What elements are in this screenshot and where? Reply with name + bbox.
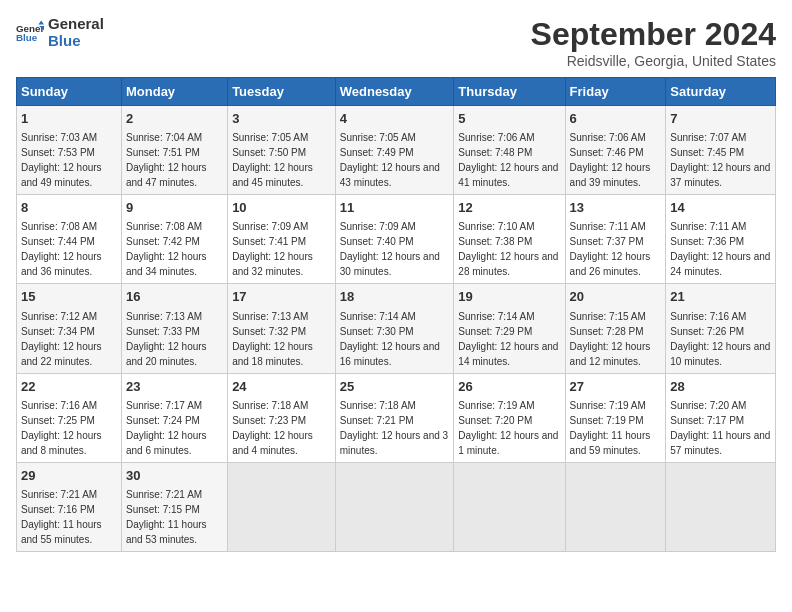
header-cell-saturday: Saturday [666,78,776,106]
sunset: Sunset: 7:53 PM [21,147,95,158]
day-number: 27 [570,378,662,396]
daylight: Daylight: 12 hours and 16 minutes. [340,341,440,367]
calendar-cell: 15 Sunrise: 7:12 AM Sunset: 7:34 PM Dayl… [17,284,122,373]
sunrise: Sunrise: 7:16 AM [670,311,746,322]
sunrise: Sunrise: 7:07 AM [670,132,746,143]
svg-text:Blue: Blue [16,32,38,43]
sunset: Sunset: 7:50 PM [232,147,306,158]
header-cell-tuesday: Tuesday [228,78,336,106]
calendar-cell [228,462,336,551]
sunset: Sunset: 7:24 PM [126,415,200,426]
day-number: 15 [21,288,117,306]
calendar-cell: 1 Sunrise: 7:03 AM Sunset: 7:53 PM Dayli… [17,106,122,195]
day-number: 25 [340,378,450,396]
calendar-week-row: 29 Sunrise: 7:21 AM Sunset: 7:16 PM Dayl… [17,462,776,551]
sunrise: Sunrise: 7:09 AM [340,221,416,232]
calendar-header-row: SundayMondayTuesdayWednesdayThursdayFrid… [17,78,776,106]
calendar-week-row: 8 Sunrise: 7:08 AM Sunset: 7:44 PM Dayli… [17,195,776,284]
header-cell-monday: Monday [121,78,227,106]
calendar-cell: 25 Sunrise: 7:18 AM Sunset: 7:21 PM Dayl… [335,373,454,462]
page-title: September 2024 [531,16,776,53]
day-info: Sunrise: 7:20 AM Sunset: 7:17 PM Dayligh… [670,398,771,458]
day-number: 13 [570,199,662,217]
sunset: Sunset: 7:16 PM [21,504,95,515]
daylight: Daylight: 12 hours and 10 minutes. [670,341,770,367]
sunrise: Sunrise: 7:14 AM [340,311,416,322]
calendar-week-row: 22 Sunrise: 7:16 AM Sunset: 7:25 PM Dayl… [17,373,776,462]
daylight: Daylight: 12 hours and 49 minutes. [21,162,102,188]
calendar-cell: 20 Sunrise: 7:15 AM Sunset: 7:28 PM Dayl… [565,284,666,373]
day-number: 9 [126,199,223,217]
sunset: Sunset: 7:17 PM [670,415,744,426]
daylight: Daylight: 12 hours and 43 minutes. [340,162,440,188]
calendar-cell: 19 Sunrise: 7:14 AM Sunset: 7:29 PM Dayl… [454,284,565,373]
daylight: Daylight: 12 hours and 8 minutes. [21,430,102,456]
day-number: 7 [670,110,771,128]
sunrise: Sunrise: 7:20 AM [670,400,746,411]
calendar-cell: 11 Sunrise: 7:09 AM Sunset: 7:40 PM Dayl… [335,195,454,284]
header-cell-sunday: Sunday [17,78,122,106]
day-number: 4 [340,110,450,128]
daylight: Daylight: 12 hours and 36 minutes. [21,251,102,277]
sunset: Sunset: 7:28 PM [570,326,644,337]
calendar-cell [335,462,454,551]
sunrise: Sunrise: 7:06 AM [570,132,646,143]
logo-line1: General [48,15,104,32]
daylight: Daylight: 12 hours and 20 minutes. [126,341,207,367]
calendar-cell: 10 Sunrise: 7:09 AM Sunset: 7:41 PM Dayl… [228,195,336,284]
day-number: 10 [232,199,331,217]
sunrise: Sunrise: 7:13 AM [126,311,202,322]
day-info: Sunrise: 7:18 AM Sunset: 7:23 PM Dayligh… [232,398,331,458]
daylight: Daylight: 12 hours and 24 minutes. [670,251,770,277]
calendar-table: SundayMondayTuesdayWednesdayThursdayFrid… [16,77,776,552]
day-number: 11 [340,199,450,217]
sunset: Sunset: 7:49 PM [340,147,414,158]
daylight: Daylight: 12 hours and 14 minutes. [458,341,558,367]
calendar-cell: 14 Sunrise: 7:11 AM Sunset: 7:36 PM Dayl… [666,195,776,284]
day-info: Sunrise: 7:05 AM Sunset: 7:50 PM Dayligh… [232,130,331,190]
day-info: Sunrise: 7:19 AM Sunset: 7:19 PM Dayligh… [570,398,662,458]
sunset: Sunset: 7:36 PM [670,236,744,247]
sunrise: Sunrise: 7:04 AM [126,132,202,143]
day-info: Sunrise: 7:15 AM Sunset: 7:28 PM Dayligh… [570,309,662,369]
logo-line2: Blue [48,32,81,49]
title-area: September 2024 Reidsville, Georgia, Unit… [531,16,776,69]
day-number: 1 [21,110,117,128]
calendar-cell: 29 Sunrise: 7:21 AM Sunset: 7:16 PM Dayl… [17,462,122,551]
calendar-cell: 21 Sunrise: 7:16 AM Sunset: 7:26 PM Dayl… [666,284,776,373]
daylight: Daylight: 11 hours and 55 minutes. [21,519,102,545]
sunset: Sunset: 7:38 PM [458,236,532,247]
day-number: 18 [340,288,450,306]
sunrise: Sunrise: 7:15 AM [570,311,646,322]
sunset: Sunset: 7:46 PM [570,147,644,158]
calendar-cell: 3 Sunrise: 7:05 AM Sunset: 7:50 PM Dayli… [228,106,336,195]
logo-icon: General Blue [16,19,44,47]
sunset: Sunset: 7:33 PM [126,326,200,337]
day-number: 6 [570,110,662,128]
calendar-cell: 7 Sunrise: 7:07 AM Sunset: 7:45 PM Dayli… [666,106,776,195]
day-info: Sunrise: 7:07 AM Sunset: 7:45 PM Dayligh… [670,130,771,190]
sunrise: Sunrise: 7:06 AM [458,132,534,143]
day-info: Sunrise: 7:08 AM Sunset: 7:42 PM Dayligh… [126,219,223,279]
day-number: 3 [232,110,331,128]
day-number: 23 [126,378,223,396]
sunrise: Sunrise: 7:19 AM [570,400,646,411]
sunrise: Sunrise: 7:10 AM [458,221,534,232]
sunrise: Sunrise: 7:05 AM [340,132,416,143]
sunrise: Sunrise: 7:19 AM [458,400,534,411]
day-info: Sunrise: 7:13 AM Sunset: 7:33 PM Dayligh… [126,309,223,369]
calendar-cell: 13 Sunrise: 7:11 AM Sunset: 7:37 PM Dayl… [565,195,666,284]
calendar-cell [565,462,666,551]
daylight: Daylight: 12 hours and 32 minutes. [232,251,313,277]
sunrise: Sunrise: 7:18 AM [340,400,416,411]
sunset: Sunset: 7:34 PM [21,326,95,337]
day-info: Sunrise: 7:14 AM Sunset: 7:29 PM Dayligh… [458,309,560,369]
header: General Blue General Blue September 2024… [16,16,776,69]
calendar-cell: 24 Sunrise: 7:18 AM Sunset: 7:23 PM Dayl… [228,373,336,462]
calendar-cell [666,462,776,551]
calendar-cell: 8 Sunrise: 7:08 AM Sunset: 7:44 PM Dayli… [17,195,122,284]
sunset: Sunset: 7:29 PM [458,326,532,337]
day-info: Sunrise: 7:11 AM Sunset: 7:36 PM Dayligh… [670,219,771,279]
calendar-cell: 4 Sunrise: 7:05 AM Sunset: 7:49 PM Dayli… [335,106,454,195]
day-info: Sunrise: 7:10 AM Sunset: 7:38 PM Dayligh… [458,219,560,279]
